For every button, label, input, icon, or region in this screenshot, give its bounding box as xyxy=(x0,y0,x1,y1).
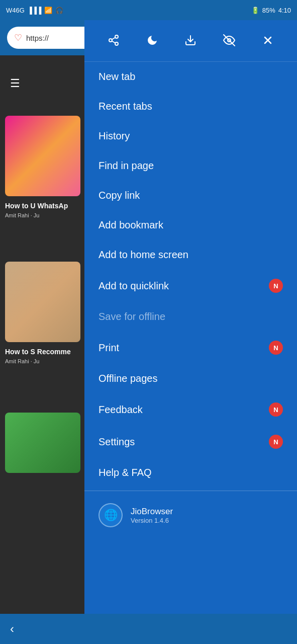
menu-item-add-to-quicklink[interactable]: Add to quicklink N xyxy=(84,270,297,302)
battery-icon: 🔋 xyxy=(251,7,259,14)
menu-item-recent-tabs-label: Recent tabs xyxy=(98,101,152,112)
settings-badge: N xyxy=(269,435,283,449)
dropdown-menu: New tab Recent tabs History Find in page… xyxy=(84,20,297,614)
menu-item-find-in-page[interactable]: Find in page xyxy=(84,151,297,181)
url-text: https:// xyxy=(26,34,49,42)
menu-item-copy-link-label: Copy link xyxy=(98,190,140,201)
headphone-icon: 🎧 xyxy=(55,7,63,14)
menu-item-save-for-offline[interactable]: Save for offline xyxy=(84,302,297,332)
browser-logo: 🌐 xyxy=(98,503,123,527)
article-image-3 xyxy=(5,413,80,473)
menu-item-history[interactable]: History xyxy=(84,121,297,151)
article-text-2: How to S Recomme Amit Rahi · Ju xyxy=(5,347,80,364)
menu-item-help-faq[interactable]: Help & FAQ xyxy=(84,458,297,488)
status-bar: W46G ▐▐▐ 📶 🎧 🔋 85% 4:10 xyxy=(0,0,297,20)
navigation-bar: ‹ xyxy=(0,614,297,644)
menu-item-copy-link[interactable]: Copy link xyxy=(84,181,297,210)
menu-item-add-bookmark-label: Add bookmark xyxy=(98,219,163,231)
download-icon[interactable] xyxy=(181,31,200,52)
article-2-author: Amit Rahi · Ju xyxy=(5,358,80,364)
menu-item-print[interactable]: Print N xyxy=(84,332,297,364)
back-button[interactable]: ‹ xyxy=(10,622,14,636)
browser-name: JioBrowser xyxy=(131,507,173,517)
print-badge: N xyxy=(269,341,283,355)
carrier-text: W46G xyxy=(6,7,25,14)
feedback-badge: N xyxy=(269,403,283,417)
article-2-title: How to S Recomme xyxy=(5,347,80,356)
menu-item-add-bookmark[interactable]: Add bookmark xyxy=(84,210,297,240)
svg-line-3 xyxy=(112,41,116,43)
browser-info: 🌐 JioBrowser Version 1.4.6 xyxy=(84,494,297,536)
browser-logo-icon: 🌐 xyxy=(104,509,118,522)
menu-item-add-to-home-screen-label: Add to home screen xyxy=(98,249,188,261)
menu-item-help-faq-label: Help & FAQ xyxy=(98,467,152,478)
night-mode-icon[interactable] xyxy=(143,31,161,52)
close-icon[interactable] xyxy=(259,31,277,52)
svg-line-4 xyxy=(112,38,116,40)
menu-item-feedback-label: Feedback xyxy=(98,404,143,416)
browser-version: Version 1.4.6 xyxy=(131,517,173,524)
time-display: 4:10 xyxy=(278,7,291,14)
wifi-icon: 📶 xyxy=(44,7,52,14)
menu-items-list: New tab Recent tabs History Find in page… xyxy=(84,62,297,614)
article-text-1: How to U WhatsAp Amit Rahi · Ju xyxy=(5,201,80,218)
favorite-icon: ♡ xyxy=(14,32,22,43)
menu-item-save-for-offline-label: Save for offline xyxy=(98,311,165,323)
menu-item-settings-label: Settings xyxy=(98,436,135,448)
status-right: 🔋 85% 4:10 xyxy=(251,7,291,14)
menu-item-find-in-page-label: Find in page xyxy=(98,160,154,172)
menu-toolbar xyxy=(84,20,297,62)
menu-item-new-tab[interactable]: New tab xyxy=(84,62,297,92)
menu-item-recent-tabs[interactable]: Recent tabs xyxy=(84,92,297,121)
article-image-1 xyxy=(5,116,80,196)
status-left: W46G ▐▐▐ 📶 🎧 xyxy=(6,7,63,14)
article-1-author: Amit Rahi · Ju xyxy=(5,212,80,218)
menu-item-feedback[interactable]: Feedback N xyxy=(84,393,297,426)
add-to-quicklink-badge: N xyxy=(269,279,283,293)
article-1-title: How to U WhatsAp xyxy=(5,201,80,210)
menu-item-new-tab-label: New tab xyxy=(98,71,135,83)
menu-divider xyxy=(84,491,297,491)
hamburger-icon: ☰ xyxy=(10,78,20,89)
article-image-2 xyxy=(5,262,80,342)
incognito-icon[interactable] xyxy=(220,31,238,52)
browser-text: JioBrowser Version 1.4.6 xyxy=(131,507,173,524)
battery-level: 85% xyxy=(262,7,275,14)
menu-item-history-label: History xyxy=(98,130,130,142)
menu-item-add-to-home-screen[interactable]: Add to home screen xyxy=(84,240,297,270)
menu-item-offline-pages-label: Offline pages xyxy=(98,373,158,384)
share-icon[interactable] xyxy=(105,31,123,52)
menu-item-add-to-quicklink-label: Add to quicklink xyxy=(98,280,169,292)
menu-item-offline-pages[interactable]: Offline pages xyxy=(84,364,297,393)
menu-item-print-label: Print xyxy=(98,342,119,354)
menu-item-settings[interactable]: Settings N xyxy=(84,426,297,458)
signal-4g-icon: ▐▐▐ xyxy=(28,7,42,14)
